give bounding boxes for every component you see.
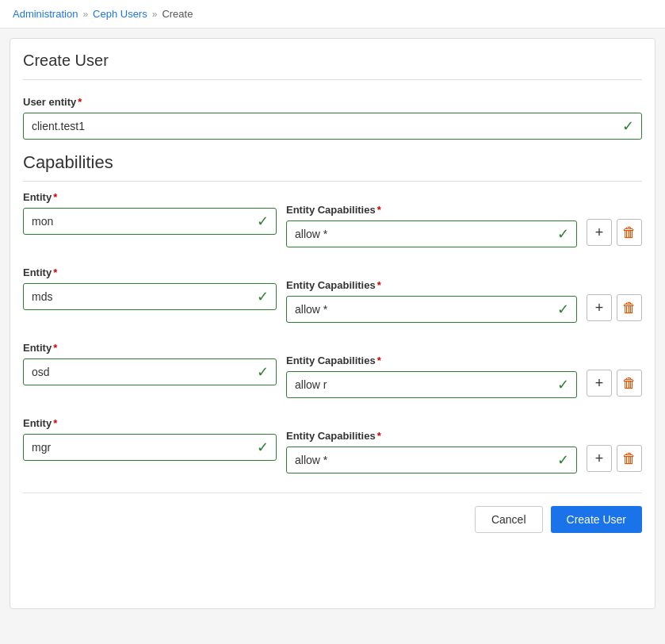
entity-wrapper-3: ✓ bbox=[23, 434, 277, 461]
breadcrumb-ceph-users[interactable]: Ceph Users bbox=[93, 8, 147, 20]
capability-actions-3: + 🗑 bbox=[587, 445, 642, 473]
caps-section-1: Entity Capabilities* ✓ bbox=[286, 279, 577, 323]
capability-actions-1: + 🗑 bbox=[587, 294, 642, 323]
caps-wrapper-0: ✓ bbox=[286, 220, 577, 247]
breadcrumb-separator-1: » bbox=[82, 9, 88, 20]
caps-wrapper-1: ✓ bbox=[286, 296, 577, 323]
caps-required-1: * bbox=[377, 279, 381, 291]
create-user-button[interactable]: Create User bbox=[551, 506, 642, 533]
entity-required-1: * bbox=[53, 266, 57, 278]
caps-input-3[interactable] bbox=[286, 447, 577, 473]
capability-actions-2: + 🗑 bbox=[587, 370, 642, 398]
entity-section-0: Entity* ✓ bbox=[23, 191, 277, 247]
entity-section-3: Entity* ✓ bbox=[23, 417, 277, 473]
caps-section-0: Entity Capabilities* ✓ bbox=[286, 204, 577, 247]
entity-input-1[interactable] bbox=[23, 283, 277, 310]
capability-row: Entity* ✓ Entity Capabilities* ✓ + 🗑 bbox=[23, 191, 642, 247]
entity-section-2: Entity* ✓ bbox=[23, 342, 277, 398]
caps-wrapper-3: ✓ bbox=[286, 447, 577, 473]
capability-row: Entity* ✓ Entity Capabilities* ✓ + 🗑 bbox=[23, 266, 642, 323]
capability-actions-0: + 🗑 bbox=[587, 219, 642, 247]
entity-check-icon-0: ✓ bbox=[257, 213, 269, 230]
page-title: Create User bbox=[23, 52, 642, 80]
entity-check-icon-2: ✓ bbox=[257, 363, 269, 381]
caps-input-1[interactable] bbox=[286, 296, 577, 323]
form-footer: Cancel Create User bbox=[23, 493, 642, 533]
caps-required-2: * bbox=[377, 355, 381, 366]
caps-check-icon-0: ✓ bbox=[557, 225, 569, 243]
caps-input-0[interactable] bbox=[286, 220, 577, 247]
entity-wrapper-0: ✓ bbox=[23, 208, 277, 235]
caps-check-icon-1: ✓ bbox=[557, 301, 569, 318]
caps-label-1: Entity Capabilities* bbox=[286, 279, 577, 291]
breadcrumb-administration[interactable]: Administration bbox=[13, 8, 78, 20]
capabilities-title: Capabilities bbox=[23, 152, 642, 182]
page-container: Create User User entity* ✓ Capabilities … bbox=[10, 38, 655, 609]
caps-check-icon-2: ✓ bbox=[557, 376, 569, 393]
capability-row: Entity* ✓ Entity Capabilities* ✓ + 🗑 bbox=[23, 417, 642, 473]
entity-check-icon-1: ✓ bbox=[257, 288, 269, 305]
user-entity-label: User entity* bbox=[23, 96, 642, 108]
breadcrumb-create: Create bbox=[162, 8, 193, 20]
caps-required-3: * bbox=[377, 430, 381, 442]
required-star-entity: * bbox=[78, 96, 82, 108]
entity-wrapper-2: ✓ bbox=[23, 358, 277, 385]
delete-capability-button-1[interactable]: 🗑 bbox=[617, 294, 642, 321]
add-capability-button-1[interactable]: + bbox=[587, 294, 612, 321]
capabilities-container: Entity* ✓ Entity Capabilities* ✓ + 🗑 bbox=[23, 191, 642, 473]
delete-capability-button-3[interactable]: 🗑 bbox=[617, 445, 642, 472]
entity-required-2: * bbox=[53, 342, 57, 354]
caps-required-0: * bbox=[377, 204, 381, 216]
caps-input-2[interactable] bbox=[286, 371, 577, 398]
capability-row: Entity* ✓ Entity Capabilities* ✓ + 🗑 bbox=[23, 342, 642, 398]
entity-wrapper-1: ✓ bbox=[23, 283, 277, 310]
entity-required-0: * bbox=[53, 191, 57, 203]
entity-check-icon-3: ✓ bbox=[257, 439, 269, 456]
entity-input-0[interactable] bbox=[23, 208, 277, 235]
user-entity-wrapper: ✓ bbox=[23, 113, 642, 140]
entity-label-3: Entity* bbox=[23, 417, 277, 429]
entity-input-3[interactable] bbox=[23, 434, 277, 461]
caps-section-3: Entity Capabilities* ✓ bbox=[286, 430, 577, 473]
cancel-button[interactable]: Cancel bbox=[475, 506, 543, 533]
delete-capability-button-0[interactable]: 🗑 bbox=[617, 219, 642, 246]
caps-section-2: Entity Capabilities* ✓ bbox=[286, 355, 577, 398]
caps-label-0: Entity Capabilities* bbox=[286, 204, 577, 216]
caps-label-2: Entity Capabilities* bbox=[286, 355, 577, 366]
entity-input-2[interactable] bbox=[23, 358, 277, 385]
entity-section-1: Entity* ✓ bbox=[23, 266, 277, 323]
entity-label-0: Entity* bbox=[23, 191, 277, 203]
entity-label-1: Entity* bbox=[23, 266, 277, 278]
user-entity-check-icon: ✓ bbox=[622, 117, 634, 135]
user-entity-section: User entity* ✓ bbox=[23, 96, 642, 140]
add-capability-button-0[interactable]: + bbox=[587, 219, 612, 246]
entity-label-2: Entity* bbox=[23, 342, 277, 354]
caps-label-3: Entity Capabilities* bbox=[286, 430, 577, 442]
add-capability-button-3[interactable]: + bbox=[587, 445, 612, 472]
caps-wrapper-2: ✓ bbox=[286, 371, 577, 398]
breadcrumb: Administration » Ceph Users » Create bbox=[0, 0, 665, 29]
add-capability-button-2[interactable]: + bbox=[587, 370, 612, 397]
delete-capability-button-2[interactable]: 🗑 bbox=[617, 370, 642, 397]
entity-required-3: * bbox=[53, 417, 57, 429]
user-entity-input[interactable] bbox=[23, 113, 642, 140]
caps-check-icon-3: ✓ bbox=[557, 451, 569, 469]
breadcrumb-separator-2: » bbox=[152, 9, 158, 20]
